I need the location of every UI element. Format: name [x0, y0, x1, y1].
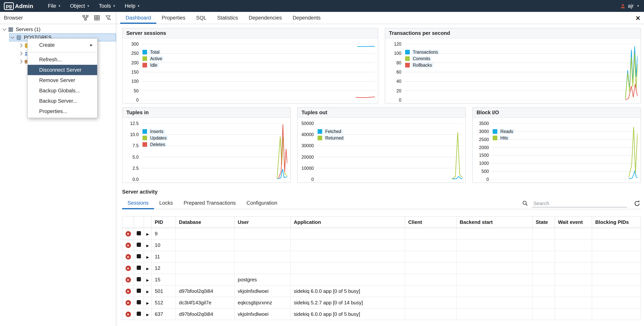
tab-properties[interactable]: Properties	[156, 12, 191, 24]
session-search	[522, 199, 640, 207]
search-input[interactable]	[532, 199, 627, 207]
column-header-icon	[144, 216, 152, 228]
chevron-down-icon[interactable]	[10, 35, 14, 39]
context-menu-item-properties[interactable]: Properties...	[28, 106, 97, 117]
terminate-session-icon[interactable]: ×	[126, 266, 131, 271]
activity-tab-locks[interactable]: Locks	[154, 198, 178, 209]
activity-tab-configuration[interactable]: Configuration	[241, 198, 283, 209]
y-tick-label: 1000	[473, 161, 489, 166]
chart-area: 50000400003000020000100000FetchedReturne…	[298, 118, 466, 183]
grid-icon[interactable]	[93, 14, 100, 22]
context-menu-item-disconnect-server[interactable]: Disconnect Server	[28, 65, 97, 75]
refresh-icon[interactable]	[634, 200, 640, 206]
column-header-pid[interactable]: PID	[152, 216, 176, 228]
activity-tab-prepared-transactions[interactable]: Prepared Transactions	[178, 198, 241, 209]
legend-label: Idle	[149, 63, 158, 67]
chevron-down-icon[interactable]	[2, 27, 6, 31]
cancel-query-icon[interactable]	[137, 254, 141, 258]
expand-row-icon[interactable]: ▶	[146, 290, 149, 294]
terminate-session-icon[interactable]: ×	[126, 231, 131, 237]
menu-help[interactable]: Help▼	[120, 0, 144, 12]
legend-label: Rollbacks	[412, 63, 433, 67]
session-row[interactable]: ×▶12	[122, 262, 641, 274]
session-row[interactable]: ×▶10	[122, 239, 641, 251]
series-line-total	[357, 46, 375, 47]
server-activity-title: Server activity	[122, 189, 641, 195]
menu-object[interactable]: Object▼	[66, 0, 94, 12]
pgadmin-logo: pg Admin	[4, 2, 33, 10]
context-menu-item-remove-server[interactable]: Remove Server	[28, 75, 97, 85]
session-row[interactable]: ×▶512dc3t4f143gil7eeqkcsgbjsrxnnzsidekiq…	[122, 297, 641, 308]
tab-dependencies[interactable]: Dependencies	[243, 12, 287, 24]
y-tick-label: 300	[122, 41, 139, 47]
y-tick-label: 3000	[473, 129, 489, 134]
context-menu-item-create[interactable]: Create▶	[28, 40, 97, 50]
charts-row-1: Server sessions300250200150100500TotalAc…	[122, 28, 641, 104]
tab-dashboard[interactable]: Dashboard	[120, 12, 156, 24]
terminate-session-icon[interactable]: ×	[126, 277, 131, 283]
session-row[interactable]: ×▶501d97bfool2q0i84vkjolnfxdlwoeisidekiq…	[122, 285, 641, 297]
expand-row-icon[interactable]: ▶	[146, 313, 149, 317]
cell-application	[290, 228, 405, 239]
tab-statistics[interactable]: Statistics	[212, 12, 243, 24]
chevron-right-icon[interactable]	[18, 52, 22, 55]
context-menu-item-backup-globals[interactable]: Backup Globals...	[28, 85, 97, 96]
user-menu[interactable]: ajr ▼	[620, 3, 640, 9]
expand-row-icon[interactable]: ▶	[146, 244, 149, 248]
column-header-blocking-pids[interactable]: Blocking PIDs	[592, 216, 641, 228]
expand-row-icon[interactable]: ▶	[146, 255, 149, 259]
close-icon[interactable]: ×	[636, 14, 640, 22]
terminate-session-icon[interactable]: ×	[126, 254, 131, 260]
tree-item-servers[interactable]: Servers (1)	[0, 25, 116, 33]
cell-backend_start	[456, 262, 532, 274]
chart-plot	[404, 44, 638, 100]
cell-blocking_pids	[592, 308, 641, 320]
legend-swatch	[142, 56, 147, 61]
cancel-query-icon[interactable]	[137, 300, 141, 304]
menu-file[interactable]: File▼	[43, 0, 65, 12]
session-row[interactable]: ×▶637d97bfool2q0i84vkjolnfxdlwoeisidekiq…	[122, 308, 641, 320]
context-menu-item-label: Backup Server...	[39, 98, 77, 104]
sessions-table-header: PIDDatabaseUserApplicationClientBackend …	[122, 216, 641, 228]
terminate-session-icon[interactable]: ×	[126, 300, 131, 306]
cell-database	[176, 274, 234, 285]
column-header-wait-event[interactable]: Wait event	[555, 216, 592, 228]
cancel-query-icon[interactable]	[137, 277, 141, 281]
context-menu-item-label: Refresh...	[39, 57, 62, 62]
context-menu-item-backup-server[interactable]: Backup Server...	[28, 96, 97, 106]
menu-tools[interactable]: Tools▼	[94, 0, 120, 12]
expand-row-icon[interactable]: ▶	[146, 232, 149, 236]
cancel-query-icon[interactable]	[137, 231, 141, 235]
activity-tab-sessions[interactable]: Sessions	[122, 198, 154, 209]
session-row[interactable]: ×▶9	[122, 228, 641, 239]
context-menu-item-refresh[interactable]: Refresh...	[28, 54, 97, 65]
session-row[interactable]: ×▶15postgres	[122, 274, 641, 285]
column-header-client[interactable]: Client	[405, 216, 456, 228]
column-header-database[interactable]: Database	[176, 216, 234, 228]
tree-icon[interactable]	[82, 14, 89, 22]
logo-pg-box: pg	[4, 2, 14, 10]
column-header-state[interactable]: State	[532, 216, 555, 228]
tab-dependents[interactable]: Dependents	[287, 12, 326, 24]
cancel-query-icon[interactable]	[137, 289, 141, 293]
terminate-session-icon[interactable]: ×	[126, 243, 131, 248]
cancel-query-icon[interactable]	[137, 266, 141, 270]
cancel-query-icon[interactable]	[137, 312, 141, 316]
column-header-user[interactable]: User	[234, 216, 290, 228]
expand-row-icon[interactable]: ▶	[146, 278, 149, 282]
legend-swatch	[405, 63, 410, 67]
chevron-right-icon[interactable]	[18, 60, 22, 63]
column-header-backend-start[interactable]: Backend start	[456, 216, 532, 228]
terminate-session-icon[interactable]: ×	[126, 289, 131, 294]
terminate-session-icon[interactable]: ×	[126, 312, 131, 317]
user-name: ajr	[628, 3, 634, 9]
tab-sql[interactable]: SQL	[191, 12, 212, 24]
session-row[interactable]: ×▶11	[122, 251, 641, 262]
expand-row-icon[interactable]: ▶	[146, 301, 149, 305]
filter-icon[interactable]	[104, 14, 112, 22]
column-header-application[interactable]: Application	[290, 216, 405, 228]
chevron-right-icon[interactable]	[18, 43, 22, 47]
expand-row-icon[interactable]: ▶	[146, 267, 149, 271]
chart-legend: TotalActiveIdle	[142, 49, 164, 68]
cancel-query-icon[interactable]	[137, 243, 141, 247]
